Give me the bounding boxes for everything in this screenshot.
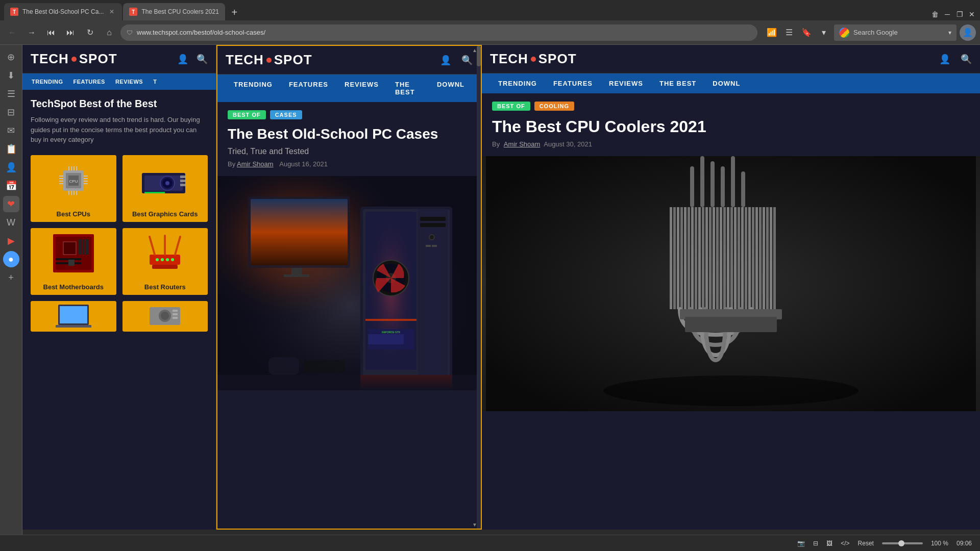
search-box[interactable]: Search Google ▾ — [834, 24, 957, 41]
right-header-search-icon[interactable]: 🔍 — [961, 54, 972, 65]
new-tab-button[interactable]: + — [226, 4, 242, 20]
card-gpus-label: Best Graphics Cards — [122, 206, 208, 222]
sidebar-icon-calendar[interactable]: 📅 — [3, 178, 19, 194]
forward-end-button[interactable]: ⏭ — [62, 24, 79, 41]
minimize-button[interactable]: ─ — [943, 10, 951, 18]
right-article-header: BEST OF COOLING The Best CPU Coolers 202… — [482, 93, 980, 156]
middle-scroll-up[interactable]: ▲ — [471, 46, 479, 54]
sidebar-icon-pocket[interactable]: ❤ — [3, 196, 19, 212]
reload-button[interactable]: ↻ — [82, 24, 98, 41]
search-box-dropdown[interactable]: ▾ — [948, 29, 951, 36]
svg-rect-104 — [702, 207, 704, 309]
svg-rect-86 — [360, 375, 452, 390]
pc-case-image: GEFORCE GTX — [217, 176, 481, 390]
zoom-slider-track[interactable] — [882, 542, 923, 544]
images-icon-status[interactable]: 🖼 — [826, 540, 832, 547]
svg-rect-10 — [84, 181, 88, 182]
left-nav-t[interactable]: T — [148, 73, 162, 90]
sidebar-icon-mail[interactable]: ✉ — [3, 122, 19, 139]
svg-rect-85 — [304, 360, 345, 372]
menu-icon[interactable]: ☰ — [782, 26, 796, 40]
tabs-icon-status[interactable]: ⊟ — [813, 540, 818, 547]
svg-rect-26 — [180, 176, 185, 178]
home-start-button[interactable]: ⏮ — [43, 24, 59, 41]
card-routers[interactable]: Best Routers — [122, 228, 208, 295]
back-button[interactable]: ← — [4, 24, 20, 41]
svg-rect-76 — [420, 217, 446, 221]
middle-header-search-icon[interactable]: 🔍 — [461, 55, 473, 66]
right-nav-reviews[interactable]: REVIEWS — [601, 73, 651, 93]
card-laptops[interactable] — [31, 301, 116, 332]
middle-badge-category[interactable]: CASES — [270, 110, 302, 119]
sidebar-icon-home[interactable]: ⊕ — [3, 49, 19, 65]
right-nav-trending[interactable]: TRENDING — [490, 73, 545, 93]
maximize-button[interactable]: ❐ — [955, 10, 964, 18]
middle-nav-trending[interactable]: TRENDING — [226, 74, 281, 102]
right-by-label: By — [492, 140, 500, 148]
card-cpus[interactable]: CPU — [31, 155, 116, 222]
left-header-user-icon[interactable]: 👤 — [177, 54, 188, 65]
google-icon — [839, 28, 849, 38]
sidebar-icon-active[interactable]: ● — [3, 251, 19, 267]
address-bar[interactable]: 🛡 www.techspot.com/bestof/old-school-cas… — [120, 24, 757, 41]
camera-icon-status[interactable]: 📷 — [797, 540, 805, 547]
sidebar-icon-history[interactable]: ☰ — [3, 86, 19, 102]
middle-scroll-down[interactable]: ▼ — [471, 520, 479, 529]
left-nav-features[interactable]: FEATURES — [68, 73, 110, 90]
card-motherboards[interactable]: Best Motherboards — [31, 228, 116, 295]
svg-point-45 — [171, 258, 174, 261]
sidebar-icon-wikipedia[interactable]: W — [3, 214, 19, 231]
middle-ts-header: TECH SPOT 👤 🔍 — [217, 46, 481, 74]
profile-button[interactable]: 👤 — [960, 24, 976, 41]
close-button[interactable]: ✕ — [968, 10, 976, 18]
middle-nav-downl[interactable]: DOWNL — [429, 74, 473, 102]
tab-1-close[interactable]: ✕ — [108, 8, 116, 16]
reset-label[interactable]: Reset — [858, 540, 874, 547]
forward-button[interactable]: → — [23, 24, 40, 41]
sidebar-icon-profile[interactable]: 👤 — [3, 159, 19, 176]
middle-article-header: BEST OF CASES The Best Old-School PC Cas… — [217, 102, 481, 176]
right-badge-category[interactable]: COOLING — [534, 102, 574, 111]
sidebar-icon-tabs[interactable]: ⊟ — [3, 104, 19, 120]
middle-nav-reviews[interactable]: REVIEWS — [336, 74, 387, 102]
svg-rect-90 — [700, 156, 704, 207]
svg-rect-108 — [716, 207, 719, 309]
home-button[interactable]: ⌂ — [101, 24, 117, 41]
tab-2[interactable]: T The Best CPU Coolers 2021 — [123, 3, 225, 20]
right-author[interactable]: Amir Shoam — [504, 140, 541, 148]
psu-icon — [144, 302, 185, 330]
sidebar-icon-add[interactable]: + — [3, 269, 19, 286]
left-header-search-icon[interactable]: 🔍 — [197, 54, 208, 65]
right-header-user-icon[interactable]: 👤 — [939, 54, 950, 65]
middle-scrollbar[interactable]: ▲ ▼ — [477, 46, 481, 529]
middle-panel: TECH SPOT 👤 🔍 TRENDING FEATURES REVIEWS … — [216, 45, 482, 530]
right-nav-best[interactable]: THE BEST — [651, 73, 704, 93]
middle-header-user-icon[interactable]: 👤 — [440, 55, 451, 66]
middle-author[interactable]: Amir Shoam — [237, 160, 274, 168]
svg-rect-32 — [79, 239, 81, 255]
card-psus[interactable] — [122, 301, 208, 332]
bookmark-dropdown[interactable]: ▾ — [817, 26, 831, 40]
left-nav-reviews[interactable]: REVIEWS — [110, 73, 148, 90]
svg-rect-31 — [63, 242, 76, 255]
svg-rect-103 — [698, 207, 701, 309]
code-icon-status[interactable]: </> — [841, 540, 849, 547]
sidebar-icon-feed[interactable]: 📋 — [3, 141, 19, 157]
svg-rect-73 — [368, 334, 404, 344]
tab-1[interactable]: T The Best Old-School PC Ca... ✕ — [4, 3, 122, 20]
svg-rect-17 — [71, 191, 72, 195]
right-nav-features[interactable]: FEATURES — [545, 73, 601, 93]
zoom-slider[interactable] — [882, 542, 923, 544]
middle-nav-best[interactable]: THE BEST — [387, 74, 429, 102]
sidebar-icon-youtube[interactable]: ▶ — [3, 233, 19, 249]
middle-nav-features[interactable]: FEATURES — [281, 74, 336, 102]
bookmark-icon[interactable]: 🔖 — [799, 26, 814, 40]
card-gpus[interactable]: Best Graphics Cards — [122, 155, 208, 222]
sidebar-icon-download[interactable]: ⬇ — [3, 67, 19, 84]
right-nav-downl[interactable]: DOWNL — [704, 73, 748, 93]
left-nav-trending[interactable]: TRENDING — [27, 73, 68, 90]
middle-badge-bestof[interactable]: BEST OF — [228, 110, 266, 119]
right-badge-bestof[interactable]: BEST OF — [492, 102, 530, 111]
rss-icon[interactable]: 📶 — [765, 26, 779, 40]
trash-button[interactable]: 🗑 — [931, 10, 939, 18]
